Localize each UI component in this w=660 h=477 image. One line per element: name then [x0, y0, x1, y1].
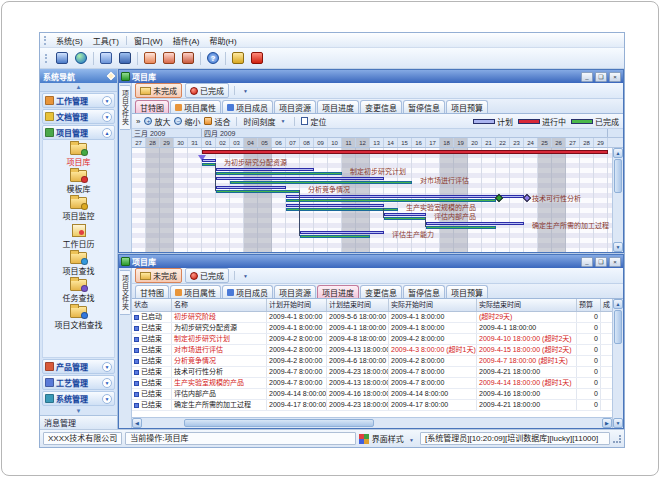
- more-filters-button[interactable]: ▼: [240, 88, 251, 94]
- sidebar-item-工作日历[interactable]: 工作日历: [63, 223, 95, 251]
- menu-item-5[interactable]: 帮助(H): [204, 34, 241, 47]
- menu-item-3[interactable]: 窗口(W): [129, 34, 168, 47]
- column-header-名称[interactable]: 名称: [172, 299, 267, 311]
- lock-button[interactable]: [230, 50, 246, 66]
- tab-甘特图[interactable]: 甘特图: [135, 285, 169, 298]
- sidebar-panel-系统管理[interactable]: 系统管理▼: [42, 391, 115, 406]
- folder-window-button[interactable]: [117, 50, 133, 66]
- column-header-计划开始时间[interactable]: 计划开始时间: [267, 299, 327, 311]
- milestone-icon[interactable]: [523, 194, 531, 202]
- table-row[interactable]: 已启动初步研究阶段2009-4-1 8:00:002009-5-6 18:00:…: [132, 312, 612, 323]
- scroll-down-arrow[interactable]: ▼: [613, 418, 623, 428]
- sidebar-collapse-button[interactable]: ▲: [40, 83, 117, 92]
- tab-project-folder[interactable]: 项目文件夹: [120, 85, 131, 130]
- interface-style-dropdown[interactable]: 界面样式 ▼: [372, 433, 417, 444]
- close-button[interactable]: ×: [609, 257, 621, 267]
- scroll-thumb[interactable]: [184, 419, 374, 427]
- scroll-down-arrow[interactable]: ▼: [613, 242, 623, 252]
- sidebar-scroll-down[interactable]: ▼: [40, 406, 117, 415]
- globe-button[interactable]: [73, 50, 89, 66]
- sidebar-item-项目文档查找[interactable]: 项目文档查找: [55, 305, 103, 332]
- tab-甘特图[interactable]: 甘特图: [135, 100, 169, 113]
- tab-变更信息[interactable]: 变更信息: [360, 100, 402, 113]
- computer-button[interactable]: [54, 50, 70, 66]
- sidebar-panel-工作管理[interactable]: 工作管理▼: [42, 93, 115, 108]
- folder-button[interactable]: [98, 50, 114, 66]
- toolbar-overflow-button[interactable]: »: [136, 117, 140, 126]
- gantt-bar-actual[interactable]: [286, 208, 398, 211]
- gantt-bar-actual[interactable]: [230, 181, 412, 184]
- stop-button[interactable]: [249, 50, 265, 66]
- table-vertical-scrollbar[interactable]: ▲ ▼: [612, 299, 623, 428]
- sidebar-panel-工艺管理[interactable]: 工艺管理▼: [42, 375, 115, 390]
- tab-项目成员[interactable]: 项目成员: [222, 100, 273, 113]
- expand-arrow-icon[interactable]: ▼: [102, 378, 112, 388]
- tab-message-management[interactable]: 消息管理: [40, 415, 117, 429]
- gantt-bar-plan[interactable]: [286, 195, 524, 198]
- minimize-button[interactable]: _: [581, 257, 593, 267]
- gantt-bar-actual[interactable]: [216, 172, 342, 175]
- scroll-thumb[interactable]: [614, 159, 622, 193]
- menu-item-2[interactable]: 工具(T): [88, 34, 124, 47]
- more-filters-button[interactable]: ▼: [240, 273, 251, 279]
- gantt-bar-actual[interactable]: [426, 226, 496, 229]
- column-header-状态[interactable]: 状态: [132, 299, 172, 311]
- minimize-button[interactable]: _: [581, 72, 593, 82]
- progress-window-titlebar[interactable]: 项目库 _ ❏ ×: [119, 255, 623, 268]
- table-row[interactable]: 已结束确定生产所需的加工过程2009-4-17 8:00:002009-4-23…: [132, 400, 612, 411]
- filter-finished-button[interactable]: 已完成: [185, 83, 229, 98]
- tab-项目预算[interactable]: 项目预算: [446, 100, 488, 113]
- table-row[interactable]: 已结束对市场进行评估2009-4-2 8:00:002009-4-13 18:0…: [132, 345, 612, 356]
- expand-arrow-icon[interactable]: ▼: [102, 96, 112, 106]
- column-header-实际开始时间[interactable]: 实际开始时间: [389, 299, 477, 311]
- gantt-bar-plan[interactable]: [202, 159, 216, 162]
- filter-unfinished-button[interactable]: 未完成: [135, 268, 182, 283]
- sidebar-item-项目库[interactable]: 项目库: [67, 142, 91, 169]
- table-row[interactable]: 已结束技术可行性分析2009-4-7 8:00:002009-4-23 18:0…: [132, 367, 612, 378]
- tab-暂停信息[interactable]: 暂停信息: [403, 100, 445, 113]
- menu-item-1[interactable]: 系统(S): [51, 34, 88, 47]
- gantt-bar-actual[interactable]: [286, 199, 496, 202]
- scroll-up-arrow[interactable]: ▲: [613, 148, 623, 158]
- sidebar-item-项目查找[interactable]: 项目查找: [63, 251, 95, 278]
- table-row[interactable]: 已结束分析竞争情况2009-4-2 8:00:002009-4-6 18:00:…: [132, 356, 612, 367]
- table-row[interactable]: 已结束评估内部产品2009-4-14 8:00:002009-4-16 18:0…: [132, 389, 612, 400]
- expand-arrow-icon[interactable]: ▼: [102, 394, 112, 404]
- tab-项目成员[interactable]: 项目成员: [222, 285, 273, 298]
- scroll-right-arrow[interactable]: ▶: [602, 418, 612, 428]
- collapse-arrow-icon[interactable]: ▲: [102, 128, 112, 138]
- gantt-bar-actual[interactable]: [300, 235, 370, 238]
- zoom-out-button[interactable]: −缩小: [174, 116, 200, 127]
- tab-暂停信息[interactable]: 暂停信息: [403, 285, 445, 298]
- gantt-vertical-scrollbar[interactable]: ▲ ▼: [612, 148, 623, 252]
- sidebar-item-项目监控[interactable]: 项目监控: [63, 196, 95, 223]
- tab-项目属性[interactable]: 项目属性: [170, 100, 221, 113]
- gantt-bar-actual[interactable]: [216, 190, 300, 193]
- gantt-window-titlebar[interactable]: 项目库 _ ❏ ×: [119, 70, 623, 83]
- tab-项目预算[interactable]: 项目预算: [446, 285, 488, 298]
- table-row[interactable]: 已结束制定初步研究计划2009-4-2 8:00:002009-4-8 18:0…: [132, 334, 612, 345]
- sidebar-panel-文档管理[interactable]: 文档管理▼: [42, 109, 115, 124]
- close-button[interactable]: ×: [609, 72, 621, 82]
- table-horizontal-scrollbar[interactable]: ◀ ▶: [132, 417, 612, 428]
- sidebar-item-任务查找[interactable]: 任务查找: [63, 278, 95, 305]
- help-button[interactable]: ?: [205, 50, 221, 66]
- mail-button[interactable]: [142, 50, 158, 66]
- tab-项目进度[interactable]: 项目进度: [317, 285, 359, 298]
- pin-icon[interactable]: [107, 72, 115, 80]
- timescale-dropdown[interactable]: 时间刻度▼: [243, 116, 288, 127]
- fit-button[interactable]: 适合: [204, 116, 230, 127]
- table-row[interactable]: 已结束生产实验室规模的产品2009-4-7 8:00:002009-4-13 1…: [132, 378, 612, 389]
- filter-unfinished-button[interactable]: 未完成: [135, 83, 182, 98]
- table-row[interactable]: 已结束为初步研究分配资源2009-4-1 8:00:002009-4-1 18:…: [132, 323, 612, 334]
- tab-项目资源[interactable]: 项目资源: [274, 100, 316, 113]
- tab-变更信息[interactable]: 变更信息: [360, 285, 402, 298]
- restore-button[interactable]: ❏: [595, 72, 607, 82]
- tab-项目属性[interactable]: 项目属性: [170, 285, 221, 298]
- gantt-bar-plan[interactable]: [426, 222, 524, 225]
- menu-item-4[interactable]: 插件(A): [168, 34, 205, 47]
- scroll-thumb[interactable]: [614, 310, 622, 344]
- tab-项目资源[interactable]: 项目资源: [274, 285, 316, 298]
- gantt-bar-actual[interactable]: [202, 163, 216, 166]
- zoom-in-button[interactable]: +放大: [144, 116, 170, 127]
